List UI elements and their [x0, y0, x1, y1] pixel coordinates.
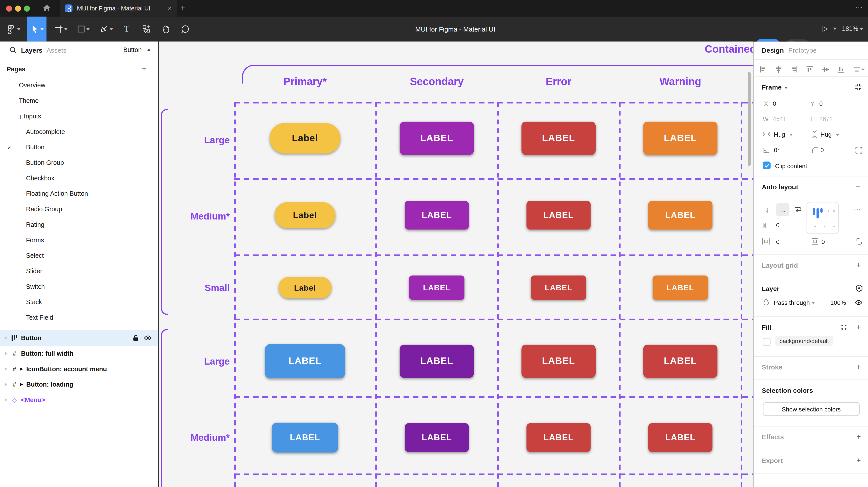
sidebar-page-item[interactable]: Rating: [0, 217, 158, 232]
present-options-chevron-icon[interactable]: [833, 28, 836, 30]
sidebar-page-item[interactable]: Checkbox: [0, 170, 158, 186]
frame-section-title[interactable]: Frame: [762, 84, 782, 91]
expand-chevron-icon[interactable]: [5, 383, 7, 386]
tab-design[interactable]: Design: [762, 46, 784, 54]
text-tool-button[interactable]: T: [119, 17, 134, 41]
canvas-button[interactable]: LABEL: [521, 122, 596, 155]
independent-padding-icon[interactable]: [855, 238, 863, 245]
sidebar-page-item[interactable]: Text Field: [0, 310, 158, 325]
fill-token-chip[interactable]: background/default: [775, 336, 833, 346]
frame-title[interactable]: Contained: [705, 43, 753, 55]
canvas-button[interactable]: LABEL: [643, 122, 717, 155]
unlock-icon[interactable]: [133, 334, 138, 341]
w-value[interactable]: 4541: [773, 116, 786, 122]
show-selection-colors-button[interactable]: Show selection colors: [763, 402, 860, 416]
titlebar-more-icon[interactable]: ···: [855, 4, 863, 10]
align-vertical-center-icon[interactable]: [822, 66, 829, 73]
align-left-icon[interactable]: [760, 66, 767, 73]
shape-tool-button[interactable]: [75, 17, 92, 41]
x-value[interactable]: 0: [773, 100, 776, 107]
clip-content-label[interactable]: Clip content: [775, 163, 807, 169]
hand-tool-button[interactable]: [158, 17, 174, 41]
opacity-value[interactable]: 100%: [830, 299, 846, 306]
new-tab-button[interactable]: +: [181, 3, 185, 12]
canvas-button[interactable]: LABEL: [648, 201, 713, 229]
align-bottom-icon[interactable]: [838, 66, 845, 73]
auto-layout-alignment-pad[interactable]: [807, 202, 839, 234]
sidebar-page-item[interactable]: Forms: [0, 232, 158, 248]
close-tab-icon[interactable]: ×: [168, 4, 172, 12]
sidebar-page-item[interactable]: Switch: [0, 279, 158, 294]
comment-tool-button[interactable]: [177, 17, 193, 41]
layer-row-frame[interactable]: # ▶ IconButton: account menu: [0, 361, 158, 377]
close-window-button[interactable]: [6, 5, 12, 11]
canvas-button[interactable]: Label: [275, 202, 336, 228]
remove-fill-button[interactable]: −: [856, 336, 860, 344]
sidebar-page-item[interactable]: Select: [0, 248, 158, 263]
canvas-button[interactable]: Label: [278, 277, 332, 298]
main-menu-button[interactable]: [3, 17, 23, 41]
layer-row-frame[interactable]: # Button: full width: [0, 346, 158, 361]
canvas-button[interactable]: LABEL: [405, 201, 469, 229]
canvas-scrollbar[interactable]: [748, 72, 751, 166]
visibility-eye-icon[interactable]: [144, 335, 152, 341]
minimize-window-button[interactable]: [15, 5, 21, 11]
add-effect-button[interactable]: +: [857, 432, 861, 441]
h-value[interactable]: 2672: [819, 116, 833, 122]
canvas-button[interactable]: LABEL: [400, 345, 474, 378]
hug-vertical-value[interactable]: Hug: [820, 131, 832, 138]
zoom-window-button[interactable]: [24, 5, 30, 11]
canvas-button[interactable]: LABEL: [272, 423, 338, 452]
layer-row-instance[interactable]: ◇ <Menu>: [0, 392, 158, 408]
sidebar-page-item[interactable]: Radio Group: [0, 201, 158, 217]
zoom-chevron-icon[interactable]: [860, 28, 863, 30]
canvas-button[interactable]: LABEL: [265, 344, 345, 378]
auto-layout-more-icon[interactable]: ···: [854, 207, 861, 213]
sidebar-page-item[interactable]: ↓ Inputs: [0, 108, 158, 124]
canvas[interactable]: Contained Primary* Secondary Error Warni…: [159, 41, 753, 487]
search-icon[interactable]: [9, 46, 17, 54]
align-top-icon[interactable]: [806, 66, 813, 73]
canvas-button[interactable]: LABEL: [643, 345, 717, 378]
canvas-button[interactable]: LABEL: [653, 275, 708, 300]
add-page-button[interactable]: +: [142, 64, 146, 73]
sidebar-page-item[interactable]: Button Group: [0, 155, 158, 170]
blend-mode-chevron-icon[interactable]: [811, 302, 815, 304]
sidebar-page-item[interactable]: Theme: [0, 93, 158, 108]
gap-value[interactable]: 0: [776, 222, 779, 228]
y-value[interactable]: 0: [819, 100, 823, 107]
canvas-button[interactable]: LABEL: [526, 201, 591, 229]
vertical-padding-value[interactable]: 0: [822, 238, 825, 245]
collapse-panel-icon[interactable]: [855, 84, 862, 91]
canvas-button[interactable]: LABEL: [409, 275, 464, 300]
hug-h-chevron-icon[interactable]: [789, 134, 793, 136]
canvas-button[interactable]: LABEL: [405, 423, 469, 452]
layer-visibility-eye-icon[interactable]: [855, 300, 863, 305]
sidebar-page-item[interactable]: Overview: [0, 77, 158, 93]
canvas-button[interactable]: LABEL: [521, 345, 596, 378]
horizontal-padding-value[interactable]: 0: [776, 238, 779, 245]
home-icon[interactable]: [43, 4, 51, 12]
frame-type-chevron-icon[interactable]: [784, 87, 788, 89]
hug-v-chevron-icon[interactable]: [836, 134, 839, 136]
present-button[interactable]: ▷: [823, 25, 828, 33]
add-fill-button[interactable]: +: [857, 323, 861, 331]
auto-layout-down-button[interactable]: ↓: [761, 203, 774, 217]
resources-tool-button[interactable]: [138, 17, 154, 41]
align-right-icon[interactable]: [790, 66, 798, 73]
current-page-selector[interactable]: Button: [123, 46, 142, 53]
auto-layout-wrap-icon[interactable]: [794, 206, 802, 214]
expand-chevron-icon[interactable]: [5, 367, 7, 370]
tab-layers[interactable]: Layers: [21, 46, 42, 54]
expand-chevron-icon[interactable]: [5, 398, 7, 402]
align-horizontal-center-icon[interactable]: [775, 66, 782, 73]
rotation-value[interactable]: 0°: [774, 147, 780, 153]
canvas-button[interactable]: Label: [270, 123, 341, 154]
canvas-button[interactable]: LABEL: [648, 423, 713, 452]
page-collapse-chevron-icon[interactable]: [147, 48, 151, 51]
expand-chevron-icon[interactable]: [5, 336, 7, 340]
tab-assets[interactable]: Assets: [46, 46, 66, 54]
sidebar-page-item[interactable]: Slider: [0, 263, 158, 279]
add-layout-grid-button[interactable]: +: [857, 261, 861, 269]
layer-blend-icon[interactable]: [855, 284, 863, 292]
